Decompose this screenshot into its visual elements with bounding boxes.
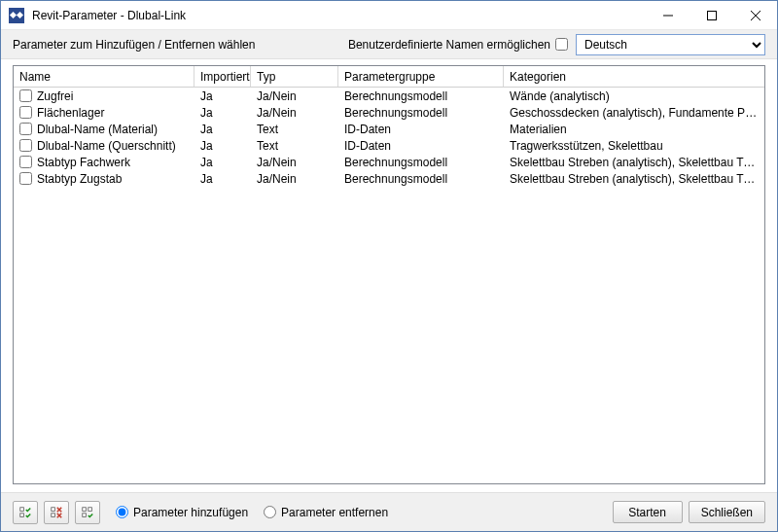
cell-categories: Skelettbau Streben (analytisch), Skelett…	[504, 172, 764, 186]
row-checkbox[interactable]	[19, 139, 32, 152]
toggle-selection-button[interactable]	[75, 501, 100, 524]
cell-categories: Wände (analytisch)	[504, 89, 764, 103]
window: Revit-Parameter - Dlubal-Link Parameter …	[0, 0, 778, 532]
language-select[interactable]: Deutsch	[576, 34, 765, 55]
cell-type: Text	[251, 139, 338, 153]
radio-add[interactable]	[116, 506, 128, 518]
window-controls	[646, 1, 777, 29]
row-name-label: Dlubal-Name (Material)	[37, 123, 158, 136]
svg-rect-8	[83, 507, 87, 511]
cell-param-group: ID-Daten	[338, 139, 504, 153]
start-button[interactable]: Starten	[613, 501, 683, 523]
cell-name: Flächenlager	[14, 106, 194, 120]
table-header-row: Name Importiert Typ Parametergruppe Kate…	[14, 66, 764, 88]
row-checkbox[interactable]	[19, 123, 32, 135]
cell-name: Stabtyp Fachwerk	[14, 156, 194, 169]
app-icon	[9, 8, 24, 23]
deselect-all-button[interactable]	[44, 501, 69, 524]
row-name-label: Zugfrei	[37, 89, 73, 103]
cell-imported: Ja	[194, 172, 251, 186]
cell-name: Zugfrei	[14, 89, 194, 103]
cell-param-group: Berechnungsmodell	[338, 106, 504, 120]
cell-categories: Skelettbau Streben (analytisch), Skelett…	[504, 156, 764, 169]
cell-type: Ja/Nein	[251, 156, 338, 169]
svg-rect-6	[52, 507, 55, 511]
row-name-label: Flächenlager	[37, 106, 104, 120]
cell-imported: Ja	[194, 106, 251, 120]
cell-param-group: ID-Daten	[338, 123, 504, 136]
parameter-table: Name Importiert Typ Parametergruppe Kate…	[13, 65, 765, 484]
select-all-button[interactable]	[13, 501, 38, 524]
minimize-icon	[663, 11, 673, 20]
cell-imported: Ja	[194, 89, 251, 103]
user-defined-names-checkbox[interactable]	[555, 38, 568, 51]
maximize-button[interactable]	[690, 1, 733, 29]
maximize-icon	[707, 11, 717, 20]
col-header-imported[interactable]: Importiert	[194, 66, 251, 87]
col-header-categories[interactable]: Kategorien	[504, 66, 764, 87]
cell-type: Ja/Nein	[251, 106, 338, 120]
col-header-name[interactable]: Name	[14, 66, 194, 87]
cell-type: Text	[251, 123, 338, 136]
svg-rect-5	[20, 513, 24, 516]
row-checkbox[interactable]	[19, 156, 32, 168]
row-checkbox[interactable]	[19, 89, 32, 102]
cell-categories: Tragwerksstützen, Skelettbau	[504, 139, 764, 153]
window-title: Revit-Parameter - Dlubal-Link	[32, 9, 646, 22]
table-row[interactable]: FlächenlagerJaJa/NeinBerechnungsmodellGe…	[14, 104, 764, 121]
svg-rect-1	[707, 11, 716, 19]
bottom-toolbar: Parameter hinzufügen Parameter entfernen…	[1, 492, 777, 531]
minimize-button[interactable]	[646, 1, 690, 29]
table-row[interactable]: Dlubal-Name (Material)JaTextID-DatenMate…	[14, 121, 764, 137]
cell-type: Ja/Nein	[251, 89, 338, 103]
cell-imported: Ja	[194, 123, 251, 136]
cell-name: Dlubal-Name (Querschnitt)	[14, 139, 194, 153]
table-row[interactable]: ZugfreiJaJa/NeinBerechnungsmodellWände (…	[14, 88, 764, 104]
title-bar: Revit-Parameter - Dlubal-Link	[1, 1, 777, 30]
table-row[interactable]: Stabtyp ZugstabJaJa/NeinBerechnungsmodel…	[14, 170, 764, 187]
mode-radio-group: Parameter hinzufügen Parameter entfernen	[116, 506, 388, 519]
radio-remove[interactable]	[264, 506, 276, 518]
cell-param-group: Berechnungsmodell	[338, 172, 504, 186]
cell-param-group: Berechnungsmodell	[338, 156, 504, 169]
cell-name: Dlubal-Name (Material)	[14, 123, 194, 136]
close-icon	[751, 11, 760, 20]
row-name-label: Dlubal-Name (Querschnitt)	[37, 139, 176, 153]
cell-name: Stabtyp Zugstab	[14, 172, 194, 186]
table-body: ZugfreiJaJa/NeinBerechnungsmodellWände (…	[14, 88, 764, 483]
row-checkbox[interactable]	[19, 106, 32, 119]
deselect-all-icon	[51, 505, 62, 520]
radio-remove-option[interactable]: Parameter entfernen	[264, 506, 388, 519]
col-header-param-group[interactable]: Parametergruppe	[338, 66, 504, 87]
select-params-label: Parameter zum Hinzufügen / Entfernen wäh…	[13, 38, 348, 52]
svg-rect-7	[52, 513, 55, 516]
toggle-selection-icon	[82, 505, 93, 520]
close-dialog-button[interactable]: Schließen	[689, 501, 765, 523]
select-all-icon	[19, 505, 31, 520]
radio-add-option[interactable]: Parameter hinzufügen	[116, 506, 248, 519]
cell-categories: Geschossdecken (analytisch), Fundamente …	[504, 106, 764, 120]
row-name-label: Stabtyp Zugstab	[37, 172, 122, 186]
cell-categories: Materialien	[504, 123, 764, 136]
table-row[interactable]: Dlubal-Name (Querschnitt)JaTextID-DatenT…	[14, 137, 764, 154]
user-defined-names-option[interactable]: Benutzerdefinierte Namen ermöglichen	[348, 38, 568, 52]
row-checkbox[interactable]	[19, 172, 32, 185]
cell-param-group: Berechnungsmodell	[338, 89, 504, 103]
cell-imported: Ja	[194, 139, 251, 153]
table-row[interactable]: Stabtyp FachwerkJaJa/NeinBerechnungsmode…	[14, 154, 764, 170]
cell-imported: Ja	[194, 156, 251, 169]
close-button[interactable]	[733, 1, 777, 29]
top-toolbar: Parameter zum Hinzufügen / Entfernen wäh…	[1, 30, 777, 59]
row-name-label: Stabtyp Fachwerk	[37, 156, 130, 169]
svg-rect-4	[20, 507, 24, 511]
radio-remove-label: Parameter entfernen	[281, 506, 388, 519]
col-header-type[interactable]: Typ	[251, 66, 338, 87]
radio-add-label: Parameter hinzufügen	[133, 506, 248, 519]
svg-rect-10	[88, 507, 92, 511]
cell-type: Ja/Nein	[251, 172, 338, 186]
svg-rect-9	[83, 513, 87, 516]
user-defined-names-label: Benutzerdefinierte Namen ermöglichen	[348, 38, 550, 52]
